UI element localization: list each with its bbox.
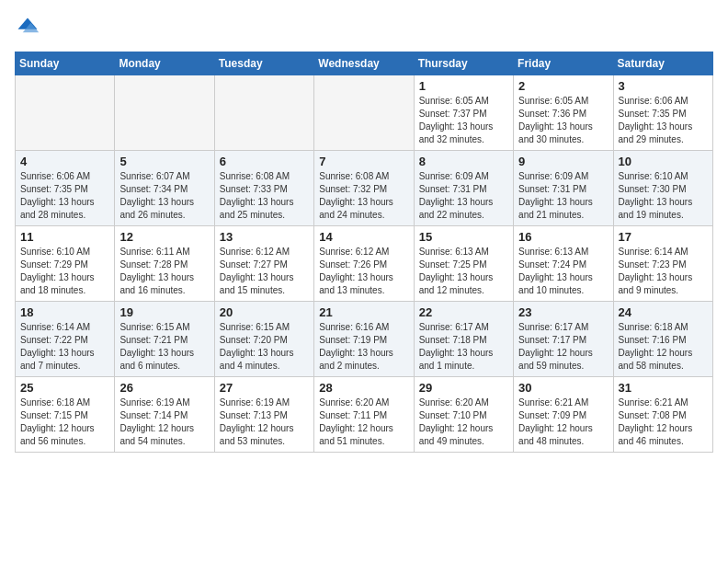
day-info: Sunrise: 6:11 AM Sunset: 7:28 PM Dayligh…	[119, 246, 209, 297]
day-number: 5	[119, 155, 209, 168]
calendar-week-1: 1Sunrise: 6:05 AM Sunset: 7:37 PM Daylig…	[16, 75, 713, 151]
day-info: Sunrise: 6:06 AM Sunset: 7:35 PM Dayligh…	[20, 170, 109, 222]
day-info: Sunrise: 6:19 AM Sunset: 7:13 PM Dayligh…	[220, 396, 309, 448]
day-info: Sunrise: 6:19 AM Sunset: 7:14 PM Dayligh…	[119, 396, 209, 448]
day-info: Sunrise: 6:10 AM Sunset: 7:30 PM Dayligh…	[619, 170, 708, 222]
day-number: 25	[20, 381, 109, 395]
calendar-cell: 13Sunrise: 6:12 AM Sunset: 7:27 PM Dayli…	[214, 226, 313, 302]
day-number: 30	[518, 381, 608, 395]
day-number: 20	[220, 305, 309, 319]
day-info: Sunrise: 6:15 AM Sunset: 7:20 PM Dayligh…	[220, 321, 309, 373]
day-info: Sunrise: 6:13 AM Sunset: 7:24 PM Dayligh…	[518, 246, 608, 297]
calendar-cell: 10Sunrise: 6:10 AM Sunset: 7:30 PM Dayli…	[613, 151, 712, 226]
day-number: 27	[220, 381, 309, 395]
day-info: Sunrise: 6:17 AM Sunset: 7:17 PM Dayligh…	[518, 321, 608, 373]
day-number: 3	[619, 79, 708, 93]
calendar-week-2: 4Sunrise: 6:06 AM Sunset: 7:35 PM Daylig…	[16, 151, 713, 226]
page-header	[15, 15, 713, 40]
day-info: Sunrise: 6:08 AM Sunset: 7:33 PM Dayligh…	[220, 170, 309, 222]
calendar-cell: 29Sunrise: 6:20 AM Sunset: 7:10 PM Dayli…	[414, 377, 513, 453]
logo	[15, 15, 44, 40]
day-number: 28	[319, 381, 408, 395]
calendar-cell: 19Sunrise: 6:15 AM Sunset: 7:21 PM Dayli…	[115, 302, 214, 377]
calendar-cell: 28Sunrise: 6:20 AM Sunset: 7:11 PM Dayli…	[314, 377, 414, 453]
calendar-cell: 16Sunrise: 6:13 AM Sunset: 7:24 PM Dayli…	[514, 226, 613, 302]
calendar-table: SundayMondayTuesdayWednesdayThursdayFrid…	[15, 52, 713, 453]
day-number: 31	[619, 381, 708, 395]
header-sunday: Sunday	[16, 52, 115, 75]
day-info: Sunrise: 6:12 AM Sunset: 7:27 PM Dayligh…	[220, 246, 309, 297]
day-number: 24	[619, 305, 708, 319]
calendar-cell: 21Sunrise: 6:16 AM Sunset: 7:19 PM Dayli…	[314, 302, 414, 377]
calendar-cell	[115, 75, 214, 151]
calendar-cell: 27Sunrise: 6:19 AM Sunset: 7:13 PM Dayli…	[214, 377, 313, 453]
day-info: Sunrise: 6:13 AM Sunset: 7:25 PM Dayligh…	[419, 246, 508, 297]
day-number: 21	[319, 305, 408, 319]
header-saturday: Saturday	[613, 52, 712, 75]
day-info: Sunrise: 6:06 AM Sunset: 7:35 PM Dayligh…	[619, 95, 708, 146]
day-number: 15	[419, 230, 508, 244]
day-info: Sunrise: 6:05 AM Sunset: 7:36 PM Dayligh…	[518, 95, 608, 146]
calendar-cell: 6Sunrise: 6:08 AM Sunset: 7:33 PM Daylig…	[214, 151, 313, 226]
day-info: Sunrise: 6:12 AM Sunset: 7:26 PM Dayligh…	[319, 246, 408, 297]
calendar-cell: 30Sunrise: 6:21 AM Sunset: 7:09 PM Dayli…	[514, 377, 613, 453]
day-info: Sunrise: 6:18 AM Sunset: 7:15 PM Dayligh…	[20, 396, 109, 448]
logo-icon	[15, 15, 40, 40]
day-info: Sunrise: 6:09 AM Sunset: 7:31 PM Dayligh…	[518, 170, 608, 222]
header-tuesday: Tuesday	[214, 52, 313, 75]
day-info: Sunrise: 6:08 AM Sunset: 7:32 PM Dayligh…	[319, 170, 408, 222]
calendar-week-5: 25Sunrise: 6:18 AM Sunset: 7:15 PM Dayli…	[16, 377, 713, 453]
day-info: Sunrise: 6:18 AM Sunset: 7:16 PM Dayligh…	[619, 321, 708, 373]
calendar-cell: 2Sunrise: 6:05 AM Sunset: 7:36 PM Daylig…	[514, 75, 613, 151]
day-number: 18	[20, 305, 109, 319]
day-number: 13	[220, 230, 309, 244]
day-number: 1	[419, 79, 508, 93]
day-info: Sunrise: 6:17 AM Sunset: 7:18 PM Dayligh…	[419, 321, 508, 373]
header-monday: Monday	[115, 52, 214, 75]
day-number: 26	[119, 381, 209, 395]
day-info: Sunrise: 6:16 AM Sunset: 7:19 PM Dayligh…	[319, 321, 408, 373]
calendar-cell: 9Sunrise: 6:09 AM Sunset: 7:31 PM Daylig…	[514, 151, 613, 226]
calendar-cell: 11Sunrise: 6:10 AM Sunset: 7:29 PM Dayli…	[16, 226, 115, 302]
day-number: 2	[518, 79, 608, 93]
calendar-cell: 4Sunrise: 6:06 AM Sunset: 7:35 PM Daylig…	[16, 151, 115, 226]
day-info: Sunrise: 6:09 AM Sunset: 7:31 PM Dayligh…	[419, 170, 508, 222]
calendar-cell: 18Sunrise: 6:14 AM Sunset: 7:22 PM Dayli…	[16, 302, 115, 377]
day-number: 9	[518, 155, 608, 168]
day-number: 19	[119, 305, 209, 319]
day-info: Sunrise: 6:21 AM Sunset: 7:09 PM Dayligh…	[518, 396, 608, 448]
header-thursday: Thursday	[414, 52, 513, 75]
day-number: 14	[319, 230, 408, 244]
day-number: 16	[518, 230, 608, 244]
day-number: 22	[419, 305, 508, 319]
header-friday: Friday	[514, 52, 613, 75]
calendar-cell: 1Sunrise: 6:05 AM Sunset: 7:37 PM Daylig…	[414, 75, 513, 151]
calendar-cell: 25Sunrise: 6:18 AM Sunset: 7:15 PM Dayli…	[16, 377, 115, 453]
day-number: 12	[119, 230, 209, 244]
day-number: 8	[419, 155, 508, 168]
calendar-week-4: 18Sunrise: 6:14 AM Sunset: 7:22 PM Dayli…	[16, 302, 713, 377]
calendar-cell: 22Sunrise: 6:17 AM Sunset: 7:18 PM Dayli…	[414, 302, 513, 377]
calendar-cell: 12Sunrise: 6:11 AM Sunset: 7:28 PM Dayli…	[115, 226, 214, 302]
day-info: Sunrise: 6:10 AM Sunset: 7:29 PM Dayligh…	[20, 246, 109, 297]
calendar-cell	[214, 75, 313, 151]
calendar-cell: 8Sunrise: 6:09 AM Sunset: 7:31 PM Daylig…	[414, 151, 513, 226]
header-wednesday: Wednesday	[314, 52, 414, 75]
day-number: 11	[20, 230, 109, 244]
day-number: 10	[619, 155, 708, 168]
day-number: 6	[220, 155, 309, 168]
day-info: Sunrise: 6:15 AM Sunset: 7:21 PM Dayligh…	[119, 321, 209, 373]
calendar-cell: 20Sunrise: 6:15 AM Sunset: 7:20 PM Dayli…	[214, 302, 313, 377]
calendar-cell: 17Sunrise: 6:14 AM Sunset: 7:23 PM Dayli…	[613, 226, 712, 302]
calendar-cell: 14Sunrise: 6:12 AM Sunset: 7:26 PM Dayli…	[314, 226, 414, 302]
day-info: Sunrise: 6:21 AM Sunset: 7:08 PM Dayligh…	[619, 396, 708, 448]
calendar-week-3: 11Sunrise: 6:10 AM Sunset: 7:29 PM Dayli…	[16, 226, 713, 302]
calendar-cell: 23Sunrise: 6:17 AM Sunset: 7:17 PM Dayli…	[514, 302, 613, 377]
day-number: 4	[20, 155, 109, 168]
calendar-cell: 5Sunrise: 6:07 AM Sunset: 7:34 PM Daylig…	[115, 151, 214, 226]
calendar-cell: 31Sunrise: 6:21 AM Sunset: 7:08 PM Dayli…	[613, 377, 712, 453]
calendar-cell: 7Sunrise: 6:08 AM Sunset: 7:32 PM Daylig…	[314, 151, 414, 226]
day-info: Sunrise: 6:20 AM Sunset: 7:11 PM Dayligh…	[319, 396, 408, 448]
day-info: Sunrise: 6:05 AM Sunset: 7:37 PM Dayligh…	[419, 95, 508, 146]
day-info: Sunrise: 6:20 AM Sunset: 7:10 PM Dayligh…	[419, 396, 508, 448]
